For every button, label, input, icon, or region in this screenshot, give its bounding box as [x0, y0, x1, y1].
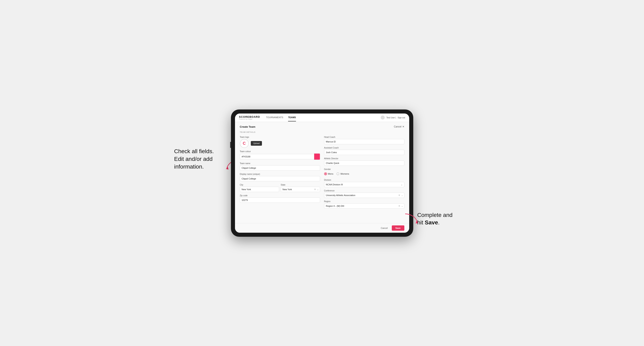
conference-select-icons: ✕ ⌄	[398, 194, 403, 197]
head-coach-group: Head Coach	[324, 136, 404, 144]
state-group: State ✕ ⌄	[281, 184, 320, 192]
team-colour-group: Team colour	[240, 150, 320, 160]
gender-mens-label: Mens	[328, 173, 334, 175]
zip-group: Zip code	[240, 194, 320, 203]
team-name-input[interactable]	[240, 165, 320, 171]
head-coach-label: Head Coach	[324, 136, 404, 138]
conference-group: Conference ✕ ⌄	[324, 189, 404, 198]
division-select-wrapper: NCAA Division III	[324, 182, 404, 187]
close-icon[interactable]: ✕	[402, 125, 404, 128]
team-logo-group: Team logo C Upload	[240, 136, 320, 148]
assistant-coach-label: Assistant Coach	[324, 147, 404, 149]
left-annotation: Check all fields. Edit and/or add inform…	[174, 148, 227, 170]
conference-select-wrapper: ✕ ⌄	[324, 193, 404, 198]
display-name-label: Display name (unique)	[240, 173, 320, 175]
region-label: Region	[324, 200, 404, 202]
division-label: Division	[324, 179, 404, 181]
head-coach-input[interactable]	[324, 139, 404, 144]
logo-circle: C	[240, 139, 249, 148]
assistant-coach-input[interactable]	[324, 150, 404, 155]
state-chevron-icon[interactable]: ⌄	[317, 188, 319, 191]
athletic-director-input[interactable]	[324, 161, 404, 166]
zip-label: Zip code	[240, 194, 320, 197]
right-arrow-icon	[403, 212, 419, 224]
city-group: City	[240, 184, 279, 192]
zip-input[interactable]	[240, 197, 320, 203]
annotation-line-1: Check all fields.	[174, 148, 227, 155]
conference-clear-icon[interactable]: ✕	[398, 194, 400, 197]
left-column: Team logo C Upload Team colour	[240, 136, 320, 211]
division-group: Division NCAA Division III	[324, 179, 404, 187]
gender-womens-label: Womens	[340, 173, 349, 175]
page-content: Create Team Cancel ✕ TEAM DETAILS	[235, 122, 409, 223]
tablet-screen: SCOREBOARD Powered by clippd TOURNAMENTS…	[235, 114, 409, 233]
logo-subtitle: Powered by clippd	[239, 118, 260, 120]
region-group: Region ✕ ⌄	[324, 200, 404, 209]
city-state-row: City State ✕	[240, 184, 320, 192]
state-clear-icon[interactable]: ✕	[314, 188, 316, 191]
section-title: TEAM DETAILS	[240, 131, 404, 133]
team-name-label: Team name	[240, 162, 320, 165]
footer-cancel-button[interactable]: Cancel	[379, 226, 390, 230]
team-name-group: Team name	[240, 162, 320, 171]
gender-label: Gender	[324, 168, 404, 170]
right-annotation-suffix: .	[438, 219, 440, 226]
state-select-icons: ✕ ⌄	[314, 188, 319, 191]
gender-radio-group: Mens Womens	[324, 171, 404, 176]
assistant-coach-group: Assistant Coach	[324, 147, 404, 155]
right-annotation: Complete and hit Save.	[417, 211, 470, 227]
nav-teams[interactable]: TEAMS	[288, 114, 296, 121]
right-annotation-bold: Save	[425, 219, 438, 226]
team-colour-label: Team colour	[240, 150, 320, 153]
division-select[interactable]: NCAA Division III	[324, 182, 404, 187]
upload-button[interactable]: Upload	[251, 141, 262, 146]
right-annotation-line2: hit Save.	[417, 219, 470, 226]
conference-input[interactable]	[324, 193, 404, 198]
cancel-close-button[interactable]: Cancel ✕	[394, 125, 404, 128]
user-label: Test User |	[386, 117, 396, 119]
form-columns: Team logo C Upload Team colour	[240, 136, 404, 211]
gender-group: Gender Mens Womens	[324, 168, 404, 176]
nav-links: TOURNAMENTS TEAMS	[266, 114, 381, 121]
footer-save-button[interactable]: Save	[392, 225, 404, 231]
nav-tournaments[interactable]: TOURNAMENTS	[266, 114, 283, 121]
page-title: Create Team	[240, 125, 256, 128]
display-name-input[interactable]	[240, 176, 320, 181]
logo-upload-area: C Upload	[240, 139, 320, 148]
gender-mens-radio[interactable]	[324, 173, 327, 175]
nav-user: Test User | Sign out	[381, 116, 405, 120]
city-label: City	[240, 184, 279, 186]
logo-area: SCOREBOARD Powered by clippd	[239, 115, 260, 120]
gender-mens-option[interactable]: Mens	[324, 173, 334, 175]
region-chevron-icon[interactable]: ⌄	[401, 204, 403, 207]
region-select-icons: ✕ ⌄	[398, 204, 403, 207]
user-avatar	[381, 116, 385, 120]
annotation-line-3: information.	[174, 163, 227, 171]
color-swatch[interactable]	[314, 153, 320, 160]
state-label: State	[281, 184, 320, 186]
right-column: Head Coach Assistant Coach Athletic Dire…	[324, 136, 404, 211]
athletic-director-label: Athletic Director	[324, 158, 404, 160]
city-input[interactable]	[240, 187, 279, 192]
page-header: Create Team Cancel ✕	[240, 125, 404, 128]
right-annotation-prefix: hit	[417, 219, 425, 226]
team-colour-input[interactable]	[240, 154, 314, 159]
conference-label: Conference	[324, 189, 404, 192]
gender-womens-radio[interactable]	[336, 173, 339, 175]
state-select-wrapper: ✕ ⌄	[281, 187, 320, 192]
display-name-group: Display name (unique)	[240, 173, 320, 181]
region-clear-icon[interactable]: ✕	[398, 204, 400, 207]
annotation-line-2: Edit and/or add	[174, 155, 227, 163]
conference-chevron-icon[interactable]: ⌄	[401, 194, 403, 197]
tablet-frame: SCOREBOARD Powered by clippd TOURNAMENTS…	[231, 109, 413, 237]
region-input[interactable]	[324, 203, 404, 209]
app-logo: SCOREBOARD	[239, 115, 260, 118]
right-annotation-line1: Complete and	[417, 211, 470, 219]
form-footer: Cancel Save	[235, 223, 409, 233]
cancel-label: Cancel	[394, 125, 401, 128]
city-state-group: City State ✕	[240, 184, 320, 192]
team-logo-label: Team logo	[240, 136, 320, 138]
gender-womens-option[interactable]: Womens	[336, 173, 349, 175]
sign-out-link[interactable]: Sign out	[398, 117, 405, 119]
region-select-wrapper: ✕ ⌄	[324, 203, 404, 209]
